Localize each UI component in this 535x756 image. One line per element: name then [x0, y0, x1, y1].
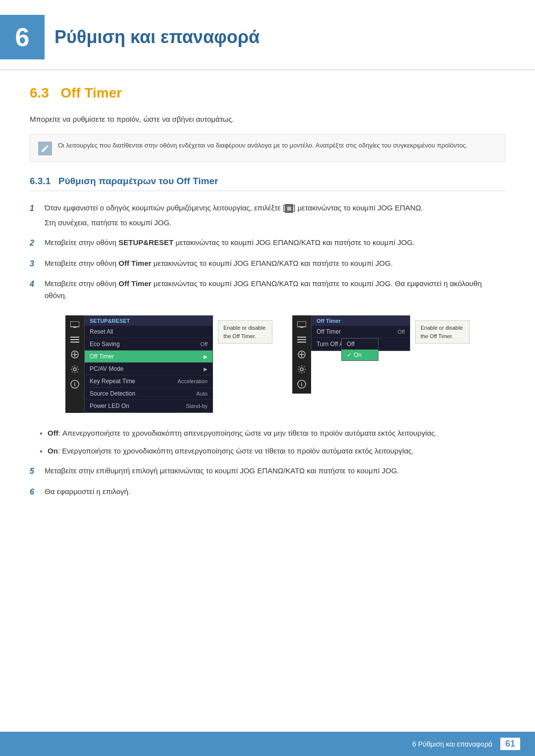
dropdown-popup: Off ✓ On — [341, 338, 378, 361]
section-title: 6.3 Off Timer — [30, 85, 505, 101]
sidebar-icon-info: i — [69, 379, 80, 390]
steps-after-list: 5 Μεταβείτε στην επιθυμητή επιλογή μετακ… — [30, 465, 505, 498]
step-text-3: Μεταβείτε στην οθόνη Off Timer μετακινών… — [45, 257, 505, 269]
sidebar-icon-arrows — [69, 349, 80, 360]
step-2: 2 Μεταβείτε στην οθόνη SETUP&RESET μετακ… — [30, 237, 505, 250]
page-footer: 6 Ρύθμιση και επαναφορά 61 — [0, 732, 535, 756]
chapter-number-box: 6 — [0, 15, 45, 59]
chapter-title: Ρύθμιση και επαναφορά — [54, 27, 260, 48]
step-1: 1 Όταν εμφανιστεί ο οδηγός κουμπιών ρυθμ… — [30, 202, 505, 229]
svg-rect-10 — [300, 327, 303, 328]
monitor-sidebar-1: i — [65, 315, 84, 413]
svg-rect-1 — [73, 327, 76, 328]
checkmark-icon: ✓ — [347, 352, 352, 358]
menu-header-1: SETUP&RESET — [85, 316, 213, 326]
step-num-2: 2 — [30, 237, 40, 250]
svg-point-15 — [300, 368, 303, 371]
monitor-ui-1: i SETUP&RESET Reset All Eco Saving Off O… — [65, 315, 213, 413]
step-text-6: Θα εφαρμοστεί η επιλογή. — [45, 486, 505, 498]
footer-page: 61 — [500, 738, 520, 750]
bullet-off: Off: Απενεργοποιήστε το χρονοδιακόπτη απ… — [40, 427, 505, 440]
pencil-icon — [41, 144, 50, 153]
svg-rect-13 — [297, 342, 306, 343]
menu-item-off-timer: Off Timer ▶ — [85, 351, 213, 363]
menu-icon-inline: ▦ — [285, 204, 293, 213]
step-5: 5 Μεταβείτε στην επιθυμητή επιλογή μετακ… — [30, 465, 505, 478]
monitor-ui-2: i Off Timer Off Timer Off Turn Off After — [292, 315, 410, 394]
menu-item-turnoff-after: Turn Off After Off ✓ On — [312, 338, 410, 351]
step-text-1: Όταν εμφανιστεί ο οδηγός κουμπιών ρυθμιζ… — [45, 202, 505, 229]
sidebar-icon-monitor-2 — [296, 319, 307, 330]
svg-rect-0 — [70, 321, 79, 327]
step-text-4: Μεταβείτε στην οθόνη Off Timer μετακινών… — [45, 278, 505, 302]
menu-container-2: Off Timer Off Timer Off Turn Off After O… — [311, 315, 410, 394]
step-num-6: 6 — [30, 486, 40, 499]
step-text-2: Μεταβείτε στην οθόνη SETUP&RESET μετακιν… — [45, 237, 505, 249]
step-num-5: 5 — [30, 465, 40, 478]
section-number: 6.3 — [30, 85, 49, 101]
bullet-list: Off: Απενεργοποιήστε το χρονοδιακόπτη απ… — [40, 427, 505, 457]
subsection-number: 6.3.1 — [30, 176, 51, 186]
chapter-number: 6 — [15, 22, 30, 52]
menu-item-reset-all: Reset All — [85, 326, 213, 338]
subsection-title: 6.3.1 Ρύθμιση παραμέτρων του Off Timer — [30, 176, 505, 191]
note-icon — [38, 142, 52, 155]
step-num-3: 3 — [30, 257, 40, 270]
menu-item-power-led: Power LED On Stand-by — [85, 400, 213, 412]
bullet-on: On: Ενεργοποιήστε το χρονοδιακόπτη απενε… — [40, 445, 505, 457]
svg-text:i: i — [301, 381, 302, 387]
step-3: 3 Μεταβείτε στην οθόνη Off Timer μετακιν… — [30, 257, 505, 270]
svg-rect-11 — [297, 337, 306, 338]
svg-text:i: i — [74, 381, 75, 387]
svg-rect-9 — [297, 321, 306, 327]
monitor-menu-1: SETUP&RESET Reset All Eco Saving Off Off… — [84, 315, 213, 413]
screenshot-1: i SETUP&RESET Reset All Eco Saving Off O… — [65, 315, 272, 413]
svg-rect-12 — [297, 339, 306, 340]
step-1-sub: Στη συνέχεια, πατήστε το κουμπί JOG. — [45, 217, 505, 229]
menu-item-eco-saving: Eco Saving Off — [85, 338, 213, 351]
menu-item-pcav-mode: PC/AV Mode ▶ — [85, 363, 213, 375]
svg-rect-4 — [70, 342, 79, 343]
intro-text: Μπορείτε να ρυθμίσετε το προϊόν, ώστε να… — [30, 113, 505, 125]
menu-item-offtimer-label: Off Timer Off — [312, 326, 410, 338]
subsection-name: Ρύθμιση παραμέτρων του Off Timer — [58, 176, 218, 186]
menu-tooltip-2: Enable or disable the Off Timer. — [415, 320, 470, 344]
page-header: 6 Ρύθμιση και επαναφορά — [0, 0, 535, 70]
svg-rect-3 — [70, 339, 79, 340]
step-4: 4 Μεταβείτε στην οθόνη Off Timer μετακιν… — [30, 278, 505, 302]
step-num-4: 4 — [30, 278, 40, 291]
footer-text: 6 Ρύθμιση και επαναφορά — [412, 740, 492, 748]
monitor-menu-2: Off Timer Off Timer Off Turn Off After O… — [311, 315, 410, 351]
monitor-sidebar-2: i — [292, 315, 311, 394]
step-6: 6 Θα εφαρμοστεί η επιλογή. — [30, 486, 505, 499]
steps-list: 1 Όταν εμφανιστεί ο οδηγός κουμπιών ρυθμ… — [30, 202, 505, 302]
sidebar-icon-arrows-2 — [296, 349, 307, 360]
sidebar-icon-lines — [69, 334, 80, 345]
menu-header-2: Off Timer — [312, 316, 410, 326]
sidebar-icon-gear — [69, 364, 80, 375]
screenshot-2: i Off Timer Off Timer Off Turn Off After — [292, 315, 470, 413]
sidebar-icon-gear-2 — [296, 364, 307, 375]
sidebar-icon-monitor — [69, 319, 80, 330]
step-text-5: Μεταβείτε στην επιθυμητή επιλογή μετακιν… — [45, 465, 505, 477]
screenshots-row: i SETUP&RESET Reset All Eco Saving Off O… — [30, 315, 505, 413]
content-area: 6.3 Off Timer Μπορείτε να ρυθμίσετε το π… — [0, 85, 535, 548]
svg-point-6 — [73, 368, 76, 371]
note-box: Οι λειτουργίες που διατίθενται στην οθόν… — [30, 134, 505, 162]
section-name: Off Timer — [60, 85, 122, 101]
dropdown-item-off: Off — [342, 339, 378, 350]
sidebar-icon-info-2: i — [296, 379, 307, 390]
step-num-1: 1 — [30, 202, 40, 215]
menu-item-key-repeat: Key Repeat Time Acceleration — [85, 375, 213, 388]
note-text: Οι λειτουργίες που διατίθενται στην οθόν… — [58, 141, 468, 151]
svg-rect-2 — [70, 337, 79, 338]
menu-tooltip-1: Enable or disable the Off Timer. — [218, 320, 272, 344]
menu-item-source-detection: Source Detection Auto — [85, 388, 213, 400]
dropdown-item-on: ✓ On — [342, 350, 378, 360]
sidebar-icon-lines-2 — [296, 334, 307, 345]
